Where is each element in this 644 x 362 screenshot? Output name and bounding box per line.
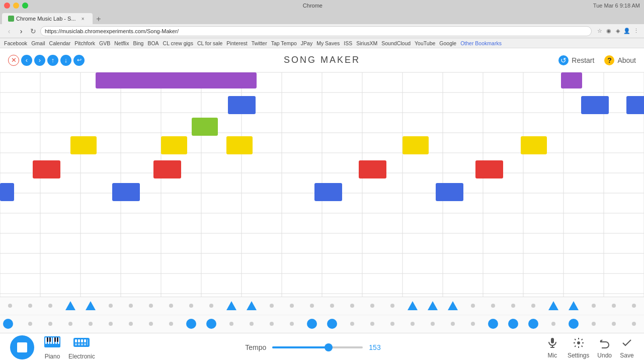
refresh-btn[interactable]: ↻ — [28, 26, 38, 36]
bookmark-soundcloud[interactable]: SoundCloud — [381, 40, 411, 46]
note-block[interactable] — [226, 136, 253, 154]
back-btn[interactable]: ‹ — [4, 26, 14, 36]
note-block[interactable] — [581, 96, 609, 114]
bookmark-tap-tempo[interactable]: Tap Tempo — [271, 40, 297, 46]
beat-dot[interactable] — [169, 322, 173, 326]
beat-triangle[interactable] — [569, 301, 579, 310]
electronic-btn[interactable]: Electronic — [68, 335, 95, 360]
piano-btn[interactable]: Piano — [44, 335, 60, 360]
beat-dot[interactable] — [411, 322, 415, 326]
forward-nav-btn[interactable]: › — [34, 55, 45, 66]
maximize-window-btn[interactable] — [22, 3, 28, 9]
bookmark-pinterest[interactable]: Pinterest — [226, 40, 247, 46]
tab-close-btn[interactable]: × — [80, 16, 86, 22]
note-block[interactable] — [192, 118, 218, 136]
note-block[interactable] — [475, 160, 503, 178]
beat-dot[interactable] — [431, 322, 435, 326]
beat-circle[interactable] — [569, 319, 579, 329]
beat-dot[interactable] — [209, 304, 213, 308]
note-block[interactable] — [70, 136, 97, 154]
beat-dot[interactable] — [28, 304, 32, 308]
beat-dot[interactable] — [491, 304, 495, 308]
beat-dot[interactable] — [109, 304, 113, 308]
beat-triangle[interactable] — [226, 301, 236, 310]
note-block[interactable] — [161, 136, 187, 154]
beat-triangle[interactable] — [408, 301, 418, 310]
beat-dot[interactable] — [48, 322, 52, 326]
bookmark-my-saves[interactable]: My Saves — [316, 40, 340, 46]
beat-dot[interactable] — [330, 304, 334, 308]
beat-dot[interactable] — [270, 322, 274, 326]
note-block[interactable] — [0, 183, 14, 201]
beat-dot[interactable] — [592, 322, 596, 326]
bookmark-jpay[interactable]: JPay — [301, 40, 312, 46]
note-block[interactable] — [96, 72, 257, 88]
restart-btn[interactable]: ↺ Restart — [558, 55, 594, 65]
beat-dot[interactable] — [310, 304, 314, 308]
beat-dot[interactable] — [551, 322, 555, 326]
beat-dot[interactable] — [531, 304, 535, 308]
bookmark-cl-sale[interactable]: CL for sale — [197, 40, 222, 46]
beat-triangle[interactable] — [448, 301, 458, 310]
beat-dot[interactable] — [612, 322, 616, 326]
note-block[interactable] — [112, 183, 140, 201]
note-block[interactable] — [561, 72, 582, 88]
note-block[interactable] — [403, 136, 429, 154]
beat-dot[interactable] — [169, 304, 173, 308]
beat-triangle[interactable] — [548, 301, 558, 310]
beat-dot[interactable] — [612, 304, 616, 308]
profile-icon[interactable]: 👤 — [623, 27, 631, 35]
beat-dot[interactable] — [451, 322, 455, 326]
menu-icon[interactable]: ⋮ — [632, 27, 640, 35]
beat-circle[interactable] — [327, 319, 337, 329]
beat-circle[interactable] — [206, 319, 216, 329]
about-btn[interactable]: ? About — [604, 55, 636, 65]
beat-circle[interactable] — [528, 319, 538, 329]
note-block[interactable] — [436, 183, 463, 201]
grid-area[interactable] — [0, 72, 644, 297]
tempo-slider[interactable] — [272, 346, 363, 348]
beat-circle[interactable] — [508, 319, 518, 329]
note-block[interactable] — [521, 136, 547, 154]
stop-btn[interactable] — [10, 335, 34, 359]
tempo-slider-thumb[interactable] — [325, 343, 333, 351]
beat-dot[interactable] — [632, 322, 636, 326]
bookmark-boa[interactable]: BOA — [147, 40, 158, 46]
beat-dot[interactable] — [270, 304, 274, 308]
note-block[interactable] — [314, 183, 342, 201]
beat-dot[interactable] — [290, 304, 294, 308]
beat-dot[interactable] — [129, 322, 133, 326]
bookmark-cl-crew[interactable]: CL crew gigs — [163, 40, 193, 46]
beat-dot[interactable] — [471, 322, 475, 326]
minimize-window-btn[interactable] — [13, 3, 19, 9]
forward-btn[interactable]: › — [16, 26, 26, 36]
beat-dot[interactable] — [390, 322, 394, 326]
close-btn[interactable]: ✕ — [8, 55, 19, 66]
beat-triangle[interactable] — [428, 301, 438, 310]
beat-dot[interactable] — [290, 322, 294, 326]
url-bar[interactable]: https://musiclab.chromeexperiments.com/S… — [40, 26, 592, 36]
beat-dot[interactable] — [68, 322, 72, 326]
beat-dot[interactable] — [350, 304, 354, 308]
beat-dot[interactable] — [149, 304, 153, 308]
beat-dot[interactable] — [370, 304, 374, 308]
down-nav-btn[interactable]: ↓ — [60, 55, 71, 66]
beat-dot[interactable] — [109, 322, 113, 326]
beat-triangle[interactable] — [65, 301, 75, 310]
beat-dot[interactable] — [592, 304, 596, 308]
beat-row-bottom[interactable] — [0, 315, 644, 333]
extension-icon-2[interactable]: ◈ — [614, 27, 622, 35]
beat-dot[interactable] — [250, 322, 254, 326]
mic-action[interactable]: Mic — [545, 336, 559, 359]
beat-dot[interactable] — [370, 322, 374, 326]
beat-circle[interactable] — [3, 319, 13, 329]
beat-circle[interactable] — [307, 319, 317, 329]
enter-nav-btn[interactable]: ↩ — [73, 55, 85, 66]
bookmark-calendar[interactable]: Calendar — [49, 40, 71, 46]
bookmark-twitter[interactable]: Twitter — [252, 40, 267, 46]
bookmark-gvb[interactable]: GVB — [99, 40, 110, 46]
bookmark-bing[interactable]: Bing — [133, 40, 143, 46]
active-tab[interactable]: Chrome Music Lab - S... × — [2, 13, 93, 24]
beat-dot[interactable] — [48, 304, 52, 308]
bookmark-pitchfork[interactable]: Pitchfork — [74, 40, 95, 46]
